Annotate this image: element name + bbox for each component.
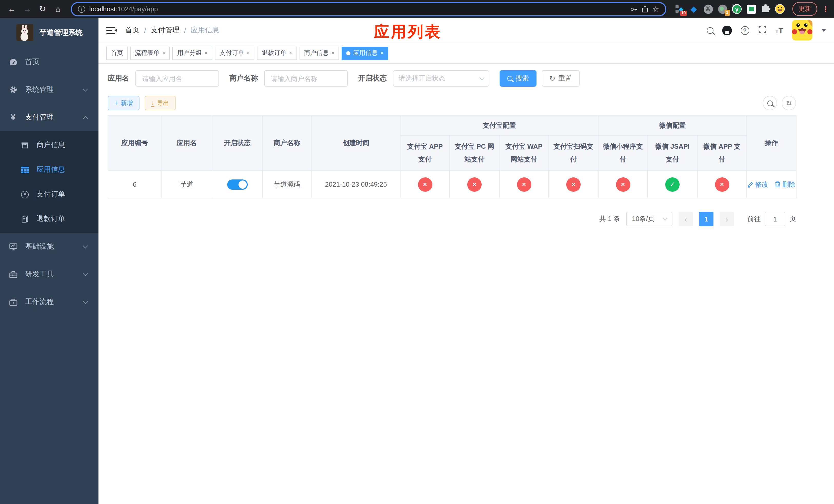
goto-label: 前往	[747, 214, 761, 224]
extension-chat-icon[interactable]	[746, 4, 756, 14]
address-bar[interactable]: i localhost:1024/pay/app ☆	[71, 2, 666, 16]
annotation-title: 应用列表	[374, 22, 442, 43]
tab-user-group[interactable]: 用户分组×	[173, 46, 212, 60]
tab-pay-orders[interactable]: 支付订单×	[215, 46, 255, 60]
sidebar-item-home[interactable]: 首页	[0, 48, 98, 76]
sidebar-item-refund-orders[interactable]: 退款订单	[0, 207, 98, 231]
edit-link[interactable]: 修改	[747, 180, 768, 189]
chevron-down-icon	[83, 243, 88, 248]
alipay-qr-pay-status: ×	[566, 177, 580, 191]
table-grid-icon	[21, 166, 29, 174]
extension-kanban-icon[interactable]: ◆ 10	[675, 4, 684, 14]
site-info-icon[interactable]: i	[78, 5, 85, 13]
prev-page-button[interactable]: ‹	[679, 212, 693, 226]
share-icon[interactable]	[641, 5, 648, 13]
browser-back-button[interactable]: ←	[5, 5, 19, 13]
github-icon[interactable]	[722, 25, 732, 35]
screenshot-root: ← → ↻ ⌂ i localhost:1024/pay/app ☆ ◆ 10 …	[0, 0, 834, 504]
browser-forward-button[interactable]: →	[21, 5, 34, 13]
add-button[interactable]: + 新增	[108, 96, 139, 110]
search-button[interactable]: 搜索	[500, 70, 536, 87]
group-wechat-config: 微信配置	[598, 116, 747, 136]
tab-home[interactable]: 首页	[106, 46, 128, 60]
sidebar-collapse-icon[interactable]	[106, 27, 116, 35]
browser-home-button[interactable]: ⌂	[51, 5, 65, 13]
extension-y-icon[interactable]: y	[732, 4, 742, 14]
sidebar-item-label: 应用信息	[37, 165, 65, 174]
breadcrumb-current: 应用信息	[191, 26, 220, 35]
font-size-icon[interactable]: TT	[775, 26, 783, 34]
extension-badge: 10	[680, 11, 687, 16]
sidebar-item-infrastructure[interactable]: 基础设施	[0, 233, 98, 260]
search-icon[interactable]	[706, 27, 713, 33]
profile-emoji-avatar[interactable]	[775, 4, 785, 14]
toggle-search-button[interactable]	[763, 96, 777, 110]
search-icon	[767, 100, 773, 106]
refresh-icon: ↻	[786, 99, 792, 107]
table-row: 6 芋道 芋道源码 2021-10-23 08:49:25 × × × × ×	[108, 170, 796, 198]
breadcrumb-home[interactable]: 首页	[125, 26, 139, 35]
browser-reload-button[interactable]: ↻	[36, 5, 49, 13]
sidebar-item-merchant-info[interactable]: 商户信息	[0, 133, 98, 157]
alipay-pc-pay-status: ×	[467, 177, 482, 191]
download-icon: ↓	[151, 99, 154, 107]
close-icon[interactable]: ×	[162, 50, 166, 56]
browser-menu-icon[interactable]: ⋮	[822, 4, 829, 14]
close-icon[interactable]: ×	[289, 50, 292, 56]
tab-refund-orders[interactable]: 退款订单×	[257, 46, 297, 60]
tab-merchant-info[interactable]: 商户信息×	[300, 46, 339, 60]
enabled-toggle[interactable]	[227, 179, 247, 189]
refresh-table-button[interactable]: ↻	[782, 96, 796, 110]
close-icon[interactable]: ×	[380, 50, 383, 56]
goto-page-input[interactable]	[765, 212, 785, 226]
extension-kite-icon[interactable]: ◆	[689, 4, 699, 14]
edit-pencil-icon	[747, 181, 753, 187]
monitor-icon	[9, 243, 18, 250]
sidebar-item-app-info[interactable]: 应用信息	[0, 157, 98, 182]
user-avatar[interactable]	[792, 20, 812, 41]
page-1-button[interactable]: 1	[699, 212, 714, 226]
chevron-down-icon	[662, 215, 667, 221]
page-content: 应用名 商户名称 开启状态 请选择开启状态 搜索	[98, 64, 834, 504]
bookmark-star-icon[interactable]: ☆	[652, 4, 659, 14]
extension-recorder-icon[interactable]: 1	[718, 4, 727, 14]
reset-button[interactable]: ↻ 重置	[542, 70, 579, 87]
briefcase-icon	[9, 298, 18, 306]
merchant-name-input[interactable]	[264, 70, 348, 87]
sidebar-item-label: 退款订单	[37, 214, 65, 224]
next-page-button[interactable]: ›	[720, 212, 734, 226]
sidebar-item-pay-orders[interactable]: ¥ 支付订单	[0, 182, 98, 207]
sidebar-item-payment[interactable]: ¥ 支付管理	[0, 104, 98, 131]
refresh-icon: ↻	[549, 75, 555, 82]
browser-update-button[interactable]: 更新	[792, 2, 817, 16]
filter-form: 应用名 商户名称 开启状态 请选择开启状态 搜索	[108, 70, 796, 87]
browser-toolbar: ← → ↻ ⌂ i localhost:1024/pay/app ☆ ◆ 10 …	[0, 0, 834, 18]
sidebar-item-system[interactable]: 系统管理	[0, 76, 98, 104]
tab-process-form[interactable]: 流程表单×	[130, 46, 170, 60]
fullscreen-icon[interactable]	[758, 25, 767, 36]
chevron-down-icon	[479, 75, 484, 80]
status-select[interactable]: 请选择开启状态	[393, 70, 489, 87]
avatar-caret-down-icon[interactable]	[821, 29, 826, 32]
sidebar-item-dev-tools[interactable]: 研发工具	[0, 260, 98, 288]
tab-app-info[interactable]: 应用信息×	[342, 46, 388, 60]
app-name-input[interactable]	[135, 70, 219, 87]
app-name-label: 应用名	[108, 74, 129, 83]
table-toolbar: + 新增 ↓ 导出 ↻	[108, 96, 796, 110]
sidebar-item-label: 研发工具	[25, 270, 54, 279]
page-size-select[interactable]: 10条/页	[626, 212, 673, 226]
sidebar-item-workflow[interactable]: 工作流程	[0, 288, 98, 316]
password-key-icon[interactable]	[630, 5, 637, 13]
extension-command-icon[interactable]: ⌘	[703, 4, 713, 14]
sidebar: 芋道管理系统 首页 系统管理 ¥ 支付管	[0, 18, 98, 504]
extensions-puzzle-icon[interactable]	[761, 4, 770, 14]
delete-link[interactable]: 删除	[774, 180, 795, 189]
col-status: 开启状态	[212, 116, 262, 170]
breadcrumb-payment[interactable]: 支付管理	[151, 26, 179, 35]
help-icon[interactable]: ?	[740, 26, 749, 35]
payment-submenu: 商户信息 应用信息 ¥ 支付订单	[0, 131, 98, 233]
close-icon[interactable]: ×	[204, 50, 208, 56]
close-icon[interactable]: ×	[331, 50, 335, 56]
close-icon[interactable]: ×	[247, 50, 250, 56]
export-button[interactable]: ↓ 导出	[145, 96, 176, 110]
